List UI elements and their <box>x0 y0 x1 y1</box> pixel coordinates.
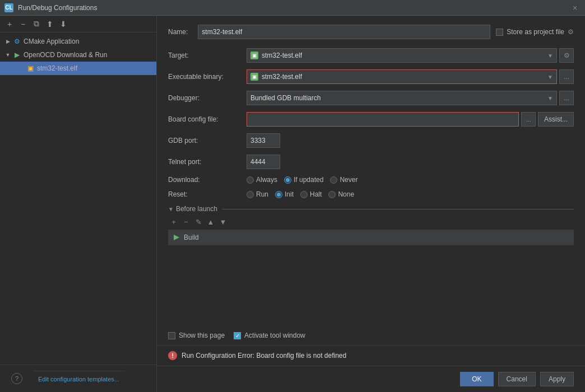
reset-init-inner <box>277 193 281 197</box>
show-page-label: Show this page <box>179 332 225 339</box>
target-dropdown[interactable]: ▣ stm32-test.elf ▼ <box>247 48 557 63</box>
reset-none-option[interactable]: None <box>328 190 354 198</box>
add-config-button[interactable]: + <box>3 18 16 30</box>
bottom-checkboxes: Show this page ✓ Activate tool window <box>157 324 585 345</box>
main-container: + − ⧉ ⬆ ⬇ ▶ ⚙ CMake Application ▼ ▶ Open… <box>0 16 585 392</box>
launch-toolbar: + − ✎ ▲ ▼ <box>168 216 574 227</box>
show-page-checkbox[interactable] <box>168 332 175 339</box>
help-button[interactable]: ? <box>11 373 22 384</box>
dialog-buttons: OK Cancel Apply <box>157 366 585 392</box>
launch-up-button[interactable]: ▲ <box>205 216 216 227</box>
telnet-port-row: Telnet port: <box>168 155 574 169</box>
tree-item-stm32[interactable]: ▣ stm32-test.elf <box>0 62 156 75</box>
store-checkbox-area: Store as project file ⚙ <box>496 28 574 36</box>
store-gear-icon: ⚙ <box>568 28 574 36</box>
executable-dots-button[interactable]: ... <box>559 69 574 84</box>
openocd-group-arrow: ▼ <box>4 52 11 58</box>
reset-init-option[interactable]: Init <box>275 190 294 198</box>
reset-none-radio[interactable] <box>328 191 336 198</box>
download-radio-group: Always If updated Never <box>247 176 357 184</box>
error-icon: ! <box>168 351 177 360</box>
reset-init-radio[interactable] <box>275 191 282 198</box>
debugger-value: Bundled GDB multiarch <box>250 94 321 102</box>
download-control: Always If updated Never <box>247 176 574 184</box>
telnet-port-input[interactable] <box>247 155 280 169</box>
download-always-radio[interactable] <box>247 176 254 184</box>
move-up-button[interactable]: ⬆ <box>44 18 56 30</box>
board-config-row: Board config file: ... Assist... <box>168 112 574 127</box>
download-ifupdated-radio[interactable] <box>284 176 291 184</box>
board-config-input[interactable] <box>247 112 519 127</box>
target-dropdown-arrow: ▼ <box>547 53 553 59</box>
title-bar: CL Run/Debug Configurations × <box>0 0 585 16</box>
svg-marker-0 <box>174 235 179 240</box>
target-icon: ▣ <box>250 52 258 59</box>
build-icon <box>173 234 180 241</box>
download-never-radio[interactable] <box>330 176 337 184</box>
debugger-dots-button[interactable]: ... <box>559 91 574 105</box>
name-row: Name: Store as project file ⚙ <box>168 25 574 39</box>
download-always-option[interactable]: Always <box>247 176 277 184</box>
cancel-button[interactable]: Cancel <box>498 372 536 386</box>
debugger-dropdown-arrow: ▼ <box>547 95 553 101</box>
debugger-label: Debugger: <box>168 94 247 102</box>
copy-config-button[interactable]: ⧉ <box>30 18 43 30</box>
move-down-button[interactable]: ⬇ <box>57 18 69 30</box>
before-launch-title: Before launch <box>176 205 217 213</box>
gdb-port-label: GDB port: <box>168 137 247 144</box>
before-launch-line <box>222 209 574 209</box>
cmake-icon: ⚙ <box>12 37 21 46</box>
build-label: Build <box>184 234 199 241</box>
launch-edit-button[interactable]: ✎ <box>193 216 204 227</box>
before-launch-arrow: ▼ <box>168 206 174 212</box>
reset-run-option[interactable]: Run <box>247 190 268 198</box>
debugger-dropdown[interactable]: Bundled GDB multiarch ▼ <box>247 91 557 105</box>
remove-config-button[interactable]: − <box>17 18 29 30</box>
gdb-port-input[interactable] <box>247 133 280 148</box>
tree-group-openocd[interactable]: ▼ ▶ OpenOCD Download & Run <box>0 48 156 62</box>
store-checkbox[interactable] <box>496 29 503 36</box>
board-config-label: Board config file: <box>168 115 247 123</box>
reset-label: Reset: <box>168 190 247 198</box>
download-never-label: Never <box>340 176 357 184</box>
launch-down-button[interactable]: ▼ <box>217 216 229 227</box>
dialog-title: Run/Debug Configurations <box>18 4 569 12</box>
reset-none-label: None <box>338 190 354 198</box>
download-ifupdated-inner <box>286 178 290 182</box>
launch-add-button[interactable]: + <box>168 216 179 227</box>
telnet-port-label: Telnet port: <box>168 158 247 166</box>
ok-button[interactable]: OK <box>460 372 493 386</box>
download-never-option[interactable]: Never <box>330 176 357 184</box>
reset-run-radio[interactable] <box>247 191 254 198</box>
apply-button[interactable]: Apply <box>540 372 574 386</box>
config-form: Name: Store as project file ⚙ Target: ▣ … <box>157 16 585 324</box>
target-dropdown-text: ▣ stm32-test.elf <box>250 52 547 59</box>
before-launch-section: ▼ Before launch + − ✎ ▲ ▼ <box>168 205 574 245</box>
reset-halt-radio[interactable] <box>300 191 308 198</box>
board-config-control: ... Assist... <box>247 112 574 127</box>
target-gear-button[interactable]: ⚙ <box>559 48 574 63</box>
before-launch-header: ▼ Before launch <box>168 205 574 213</box>
build-row[interactable]: Build <box>168 230 574 245</box>
name-input[interactable] <box>198 25 490 39</box>
launch-remove-button[interactable]: − <box>180 216 192 227</box>
debugger-row: Debugger: Bundled GDB multiarch ▼ ... <box>168 91 574 105</box>
download-label: Download: <box>168 176 247 184</box>
name-label: Name: <box>168 28 188 36</box>
gdb-port-row: GDB port: <box>168 133 574 148</box>
download-ifupdated-option[interactable]: If updated <box>284 176 323 184</box>
reset-halt-option[interactable]: Halt <box>300 190 322 198</box>
edit-templates-link[interactable]: Edit configuration templates... <box>32 371 125 387</box>
activate-toolwindow-checkbox-item[interactable]: ✓ Activate tool window <box>234 332 305 339</box>
executable-dropdown[interactable]: ▣ stm32-test.elf ▼ <box>247 69 557 84</box>
target-label: Target: <box>168 52 247 59</box>
activate-toolwindow-checkbox[interactable]: ✓ <box>234 332 241 339</box>
close-button[interactable]: × <box>569 2 581 13</box>
activate-toolwindow-label: Activate tool window <box>244 332 305 339</box>
reset-row: Reset: Run Init <box>168 190 574 198</box>
board-dots-button[interactable]: ... <box>521 112 536 127</box>
assist-button[interactable]: Assist... <box>538 112 574 127</box>
target-value: stm32-test.elf <box>262 52 302 59</box>
tree-group-cmake[interactable]: ▶ ⚙ CMake Application <box>0 35 156 48</box>
show-page-checkbox-item[interactable]: Show this page <box>168 332 225 339</box>
